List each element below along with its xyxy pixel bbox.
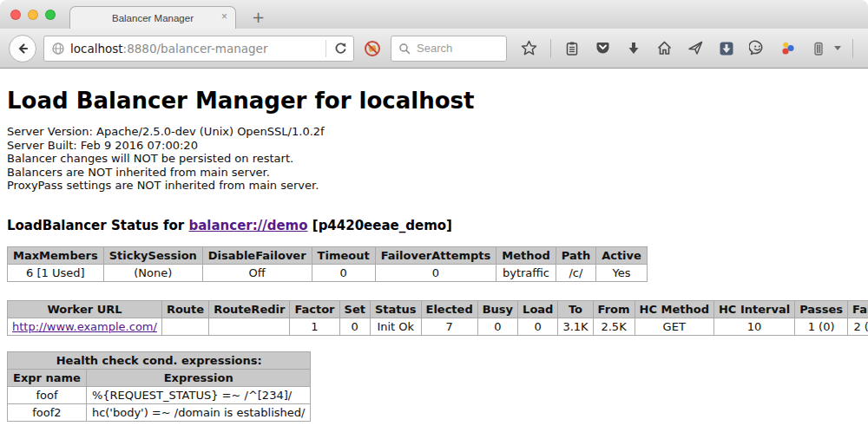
toolbar-divider (852, 39, 853, 58)
table-cell: Off (202, 264, 312, 281)
status-heading-suffix: [p4420eeae_demo] (312, 218, 452, 233)
table-cell: Yes (596, 264, 648, 281)
table-cell: 0 (518, 318, 558, 335)
table-header-cell: FailoverAttempts (375, 246, 496, 264)
video-download-extension-icon[interactable] (717, 39, 736, 58)
url-bar[interactable]: localhost:8880/balancer-manager (43, 36, 354, 62)
table-cell: 0 (312, 264, 375, 281)
table-cell: /c/ (556, 264, 595, 281)
search-input[interactable] (415, 41, 493, 56)
table-header-cell: Timeout (312, 246, 375, 264)
table-cell: 7 (421, 318, 477, 335)
balancer-status-heading: LoadBalancer Status for balancer://demo … (7, 218, 861, 233)
window-controls (10, 10, 56, 20)
content-blocker-extension-icon[interactable] (361, 37, 384, 60)
persist-notice-line: Balancer changes will NOT be persisted o… (7, 152, 861, 166)
table-header-cell: DisableFailover (202, 246, 312, 264)
table-cell: %{REQUEST_STATUS} =~ /^[234]/ (86, 386, 311, 403)
table-header-cell: Load (518, 300, 558, 318)
reload-button[interactable] (332, 39, 350, 57)
server-info: Server Version: Apache/2.5.0-dev (Unix) … (7, 125, 861, 193)
url-path: :8880/balancer-manager (123, 42, 268, 56)
navigation-toolbar: localhost:8880/balancer-manager (0, 29, 868, 69)
table-cell: 1 (290, 318, 339, 335)
tab-title: Balancer Manager (112, 13, 194, 23)
worker-url-link[interactable]: http://www.example.com/ (12, 320, 157, 333)
table-header-cell: Path (556, 246, 595, 264)
table-header-cell: RouteRedir (209, 300, 290, 318)
send-plane-icon[interactable] (686, 38, 706, 58)
server-built-line: Server Built: Feb 9 2016 07:00:20 (7, 139, 861, 153)
table-header-cell: To (558, 300, 593, 318)
table-cell: (None) (103, 264, 202, 281)
home-icon[interactable] (654, 38, 674, 58)
new-tab-button[interactable]: + (247, 8, 270, 27)
table-header-cell: Expression (86, 369, 311, 386)
table-cell: foof (8, 386, 87, 403)
proxypass-notice-line: ProxyPass settings are NOT inherited fro… (7, 179, 861, 193)
table-header-cell: Set (339, 300, 370, 318)
table-header-cell: Expr name (8, 369, 87, 386)
table-cell: 6 [1 Used] (8, 264, 104, 281)
table-cell: 0 (375, 264, 496, 281)
table-header-cell: HC Method (635, 300, 713, 318)
close-window-button[interactable] (10, 10, 21, 20)
clipboard-icon[interactable] (562, 39, 582, 58)
bookmark-star-icon[interactable] (519, 38, 539, 58)
tab-close-icon[interactable]: × (221, 11, 227, 22)
minimize-window-button[interactable] (28, 10, 38, 20)
table-cell: 3.1K (558, 318, 593, 335)
titlebar: Balancer Manager × + (0, 0, 868, 29)
table-row: foof%{REQUEST_STATUS} =~ /^[234]/ (8, 386, 311, 403)
table-header-cell: From (593, 300, 635, 318)
search-bar[interactable] (391, 36, 507, 62)
toolbar-divider (550, 39, 551, 58)
inherit-notice-line: Balancers are NOT inherited from main se… (7, 166, 861, 180)
worker-status-table: Worker URLRouteRouteRedirFactorSetStatus… (7, 300, 868, 336)
table-header-cell: Worker URL (8, 300, 162, 318)
battery-extension-icon[interactable] (809, 39, 828, 58)
table-row: http://www.example.com/ 10Init Ok7003.1K… (8, 318, 868, 335)
table-row: foof2hc('body') =~ /domain is establishe… (8, 403, 311, 421)
downloads-icon[interactable] (624, 39, 643, 58)
table-header-cell: MaxMembers (8, 246, 104, 264)
back-button[interactable] (9, 35, 36, 62)
server-version-line: Server Version: Apache/2.5.0-dev (Unix) … (7, 125, 861, 139)
urlbar-divider (326, 40, 326, 57)
table-header-cell: Busy (477, 300, 517, 318)
pocket-icon[interactable] (593, 38, 613, 58)
table-header-cell: HC Interval (713, 300, 794, 318)
search-icon (398, 43, 411, 55)
maximize-window-button[interactable] (45, 10, 56, 20)
table-cell: foof2 (8, 403, 87, 421)
table-header-cell: Route (161, 300, 208, 318)
table-cell: 2 (0) (848, 318, 868, 335)
table-cell: http://www.example.com/ (8, 318, 162, 335)
status-heading-prefix: LoadBalancer Status for (7, 218, 184, 233)
table-cell: Init Ok (370, 318, 421, 335)
colored-dots-extension-icon[interactable] (779, 39, 798, 58)
menu-hamburger-icon[interactable] (865, 39, 868, 58)
browser-chrome: Balancer Manager × + localhost:8880/bala… (0, 0, 868, 69)
table-header-cell: Active (596, 246, 648, 264)
page-title: Load Balancer Manager for localhost (7, 88, 861, 114)
url-host: localhost (70, 42, 123, 56)
table-header-cell: Fails (848, 300, 868, 318)
chevron-down-icon[interactable] (834, 46, 841, 50)
balancer-demo-link[interactable]: balancer://demo (188, 218, 307, 233)
globe-icon (51, 42, 65, 56)
table-cell: 0 (339, 318, 370, 335)
tab-balancer-manager[interactable]: Balancer Manager × (69, 6, 236, 29)
table-row: 6 [1 Used](None)Off00bytraffic/c/Yes (8, 264, 648, 281)
table-cell: hc('body') =~ /domain is established/ (86, 403, 311, 421)
health-check-table: Health check cond. expressions:Expr name… (7, 351, 311, 422)
table-header-cell: Status (370, 300, 421, 318)
table-cell: 10 (713, 318, 794, 335)
table-cell: 2.5K (593, 318, 635, 335)
table-cell: 1 (0) (795, 318, 848, 335)
table-cell (161, 318, 208, 335)
balancer-settings-table: MaxMembersStickySessionDisableFailoverTi… (7, 246, 648, 282)
page-content: Load Balancer Manager for localhost Serv… (0, 69, 868, 426)
table-cell: bytraffic (496, 264, 556, 281)
chat-smiley-icon[interactable] (747, 38, 767, 58)
